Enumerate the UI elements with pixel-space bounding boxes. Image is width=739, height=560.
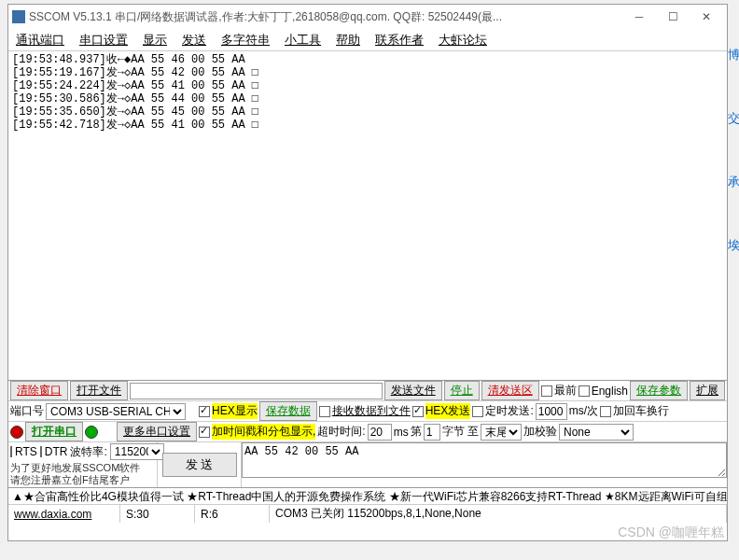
more-settings-button[interactable]: 更多串口设置 bbox=[117, 422, 197, 441]
port-select[interactable]: COM3 USB-SERIAL CH340 bbox=[46, 403, 186, 420]
promo-text-2: 请您注册嘉立创F结尾客户 bbox=[10, 474, 155, 486]
expand-button[interactable]: 扩展 bbox=[690, 381, 725, 400]
clear-window-button[interactable]: 清除窗口 bbox=[10, 381, 68, 400]
save-params-button[interactable]: 保存参数 bbox=[630, 381, 688, 400]
rts-checkbox[interactable] bbox=[10, 446, 12, 457]
log-output[interactable]: [19:53:48.937]收←◆AA 55 46 00 55 AA [19:5… bbox=[8, 51, 727, 380]
hex-send-label: HEX发送 bbox=[425, 403, 471, 419]
port-status-icon bbox=[10, 426, 23, 439]
file-path-input[interactable] bbox=[130, 383, 383, 399]
byte-to-select[interactable]: 末尾 bbox=[481, 424, 522, 441]
close-button[interactable]: ✕ bbox=[690, 6, 723, 28]
menu-display[interactable]: 显示 bbox=[143, 32, 167, 49]
timer-send-checkbox[interactable] bbox=[472, 406, 483, 417]
menu-multistr[interactable]: 多字符串 bbox=[221, 32, 270, 49]
watermark: CSDN @咖喱年糕 bbox=[618, 525, 724, 541]
menu-contact[interactable]: 联系作者 bbox=[375, 32, 424, 49]
toolbar-row-2: 端口号 COM3 USB-SERIAL CH340 HEX显示 保存数据 接收数… bbox=[8, 400, 727, 421]
status-url[interactable]: www.daxia.com bbox=[8, 505, 120, 523]
rx-to-file-label: 接收数据到文件 bbox=[332, 403, 411, 419]
window-title: SSCOM V5.13.1 串口/网络数据调试器,作者:大虾丁丁,2618058… bbox=[29, 9, 622, 25]
menu-send[interactable]: 发送 bbox=[182, 32, 206, 49]
topmost-checkbox[interactable] bbox=[541, 385, 552, 397]
checksum-select[interactable]: None bbox=[559, 424, 634, 441]
status-port: COM3 已关闭 115200bps,8,1,None,None bbox=[270, 505, 727, 523]
hex-display-label: HEX显示 bbox=[212, 403, 258, 419]
dtr-checkbox[interactable] bbox=[40, 446, 42, 457]
menu-tools[interactable]: 小工具 bbox=[285, 32, 321, 49]
status-sent: S:30 bbox=[120, 505, 195, 523]
timestamp-label: 加时间戳和分包显示, bbox=[212, 424, 315, 440]
open-port-button[interactable]: 打开串口 bbox=[25, 422, 83, 441]
stop-button[interactable]: 停止 bbox=[444, 381, 480, 400]
crlf-checkbox[interactable] bbox=[600, 406, 611, 417]
status-recv: R:6 bbox=[195, 505, 270, 523]
page-nav-hints: 博交承埃 bbox=[728, 47, 739, 301]
app-icon bbox=[12, 10, 25, 23]
menu-settings[interactable]: 串口设置 bbox=[79, 32, 128, 49]
menu-forum[interactable]: 大虾论坛 bbox=[439, 32, 487, 49]
english-checkbox[interactable] bbox=[579, 385, 590, 397]
toolbar-row-3: 打开串口 更多串口设置 加时间戳和分包显示, 超时时间: ms 第 字节 至 末… bbox=[8, 421, 727, 441]
clear-send-button[interactable]: 清发送区 bbox=[481, 381, 539, 400]
open-file-button[interactable]: 打开文件 bbox=[70, 381, 128, 400]
app-window: SSCOM V5.13.1 串口/网络数据调试器,作者:大虾丁丁,2618058… bbox=[7, 4, 728, 541]
port-led-icon bbox=[85, 426, 98, 439]
send-button[interactable]: 发 送 bbox=[162, 453, 237, 477]
send-file-button[interactable]: 发送文件 bbox=[384, 381, 442, 400]
timer-ms-input[interactable] bbox=[536, 403, 567, 420]
baud-select[interactable]: 115200 bbox=[110, 443, 164, 460]
ad-bar: ▲★合宙高性价比4G模块值得一试 ★RT-Thread中国人的开源免费操作系统 … bbox=[8, 487, 727, 504]
byte-from-input[interactable] bbox=[424, 424, 440, 441]
minimize-button[interactable]: ─ bbox=[622, 6, 656, 28]
timer-send-label: 定时发送: bbox=[485, 403, 533, 419]
rx-to-file-checkbox[interactable] bbox=[319, 406, 330, 417]
titlebar: SSCOM V5.13.1 串口/网络数据调试器,作者:大虾丁丁,2618058… bbox=[8, 5, 727, 29]
toolbar-row-1: 清除窗口 打开文件 发送文件 停止 清发送区 最前 English 保存参数 扩… bbox=[8, 380, 727, 400]
send-textarea[interactable] bbox=[242, 442, 727, 478]
hex-send-checkbox[interactable] bbox=[412, 406, 424, 417]
promo-text-1: 为了更好地发展SSCOM软件 bbox=[10, 462, 155, 474]
timestamp-checkbox[interactable] bbox=[199, 427, 210, 438]
maximize-button[interactable]: ☐ bbox=[656, 6, 690, 28]
toolbar-row-4: RTS DTR 波特率: 115200 为了更好地发展SSCOM软件 请您注册嘉… bbox=[8, 441, 727, 487]
timeout-input[interactable] bbox=[368, 424, 392, 441]
menubar: 通讯端口 串口设置 显示 发送 多字符串 小工具 帮助 联系作者 大虾论坛 bbox=[8, 29, 727, 51]
crlf-label: 加回车换行 bbox=[613, 403, 669, 419]
menu-port[interactable]: 通讯端口 bbox=[16, 32, 64, 49]
hex-display-checkbox[interactable] bbox=[199, 406, 210, 417]
menu-help[interactable]: 帮助 bbox=[336, 32, 360, 49]
status-bar: www.daxia.com S:30 R:6 COM3 已关闭 115200bp… bbox=[8, 504, 727, 523]
save-data-button[interactable]: 保存数据 bbox=[259, 401, 317, 421]
port-label: 端口号 bbox=[10, 403, 44, 419]
